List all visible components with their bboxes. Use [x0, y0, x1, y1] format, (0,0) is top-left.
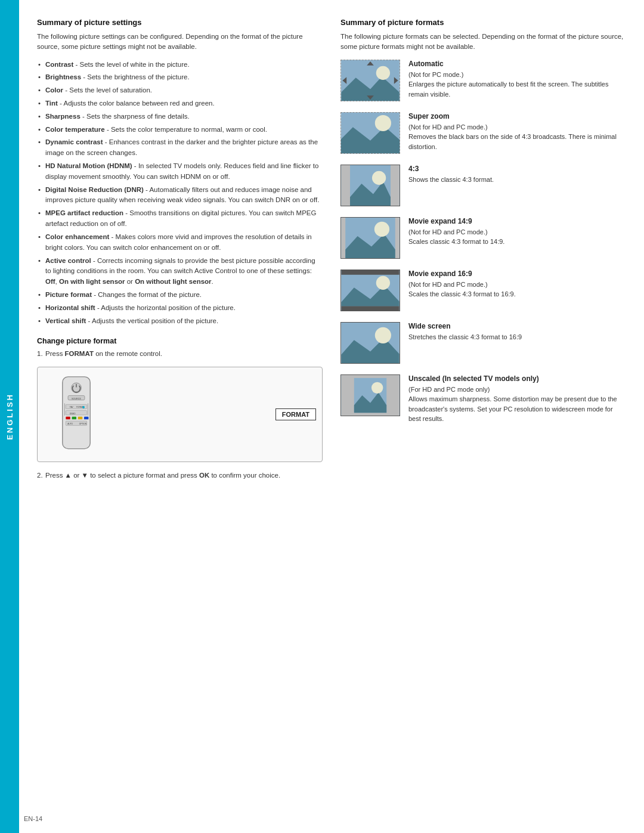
format-name-widescreen: Wide screen — [408, 322, 626, 330]
svg-point-42 — [376, 275, 390, 289]
format-button-label: FORMAT — [275, 408, 316, 420]
list-item: Brightness - Sets the brightness of the … — [37, 72, 323, 83]
main-content: Summary of picture settings The followin… — [19, 0, 644, 504]
svg-point-22 — [376, 66, 390, 79]
format-thumb-movieexpand149 — [340, 217, 400, 259]
list-item: Vertical shift - Adjusts the vertical po… — [37, 316, 323, 327]
format-name-automatic: Automatic — [408, 60, 626, 68]
format-desc-automatic: (Not for PC mode.)Enlarges the picture a… — [408, 70, 626, 100]
format-text-unscaled: Unscaled (In selected TV models only) (F… — [408, 374, 626, 424]
left-column: Summary of picture settings The followin… — [37, 18, 323, 486]
list-item: Contrast - Sets the level of white in th… — [37, 60, 323, 70]
list-item: Sharpness - Sets the sharpness of fine d… — [37, 112, 323, 122]
settings-list: Contrast - Sets the level of white in th… — [37, 60, 323, 327]
format-text-movieexpand149: Movie expand 14:9 (Not for HD and PC mod… — [408, 217, 626, 247]
format-superzoom: Super zoom (Not for HD and PC mode.)Remo… — [340, 112, 626, 154]
svg-point-45 — [375, 327, 391, 343]
list-item: MPEG artifact reduction - Smooths transi… — [37, 208, 323, 230]
list-item: Color enhancement - Makes colors more vi… — [37, 232, 323, 253]
steps-list: Press FORMAT on the remote control. — [37, 349, 323, 360]
list-item: Horizontal shift - Adjusts the horizonta… — [37, 303, 323, 314]
format-text-43: 4:3 Shows the classic 4:3 format. — [408, 165, 626, 185]
svg-text:OPTION: OPTION — [79, 423, 87, 425]
svg-rect-39 — [341, 270, 399, 275]
svg-text:SOURCE: SOURCE — [72, 398, 81, 400]
svg-rect-11 — [66, 411, 86, 415]
format-unscaled: Unscaled (In selected TV models only) (F… — [340, 374, 626, 424]
page-number: EN-14 — [24, 815, 42, 822]
format-movieexpand169: Movie expand 16:9 (Not for HD and PC mod… — [340, 270, 626, 311]
format-name-movieexpand169: Movie expand 16:9 — [408, 270, 626, 278]
svg-rect-15 — [78, 417, 82, 420]
right-column: Summary of picture formats The following… — [340, 18, 626, 486]
list-item: Tint - Adjusts the color balance between… — [37, 98, 323, 109]
list-item: Color temperature - Sets the color tempe… — [37, 125, 323, 135]
format-thumb-43 — [340, 165, 400, 206]
list-item: Color - Sets the level of saturation. — [37, 85, 323, 96]
svg-rect-14 — [72, 417, 76, 420]
format-text-movieexpand169: Movie expand 16:9 (Not for HD and PC mod… — [408, 270, 626, 299]
svg-point-49 — [371, 382, 383, 393]
step-2: Press ▲ or ▼ to select a picture format … — [37, 470, 323, 481]
list-item: Active control - Corrects incoming signa… — [37, 256, 323, 287]
svg-point-29 — [375, 114, 391, 131]
format-text-automatic: Automatic (Not for PC mode.)Enlarges the… — [408, 60, 626, 100]
format-name-unscaled: Unscaled (In selected TV models only) — [408, 374, 626, 383]
list-item: Dynamic contrast - Enhances contrast in … — [37, 137, 323, 159]
format-name-movieexpand149: Movie expand 14:9 — [408, 217, 626, 225]
format-thumb-superzoom — [340, 112, 400, 154]
format-automatic: Automatic (Not for PC mode.)Enlarges the… — [340, 60, 626, 101]
format-name-superzoom: Super zoom — [408, 112, 626, 120]
svg-point-33 — [372, 171, 386, 184]
format-desc-43: Shows the classic 4:3 format. — [408, 175, 626, 185]
svg-rect-16 — [84, 417, 88, 420]
steps-list-2: Press ▲ or ▼ to select a picture format … — [37, 470, 323, 481]
format-widescreen: Wide screen Stretches the classic 4:3 fo… — [340, 322, 626, 364]
format-label: FORMAT — [275, 408, 316, 420]
format-thumb-unscaled — [340, 374, 400, 416]
list-item: Picture format - Changes the format of t… — [37, 290, 323, 301]
format-desc-widescreen: Stretches the classic 4:3 format to 16:9 — [408, 332, 626, 342]
format-movieexpand149: Movie expand 14:9 (Not for HD and PC mod… — [340, 217, 626, 259]
change-format-title: Change picture format — [37, 337, 323, 345]
svg-text:FAV: FAV — [70, 407, 74, 409]
right-section-title: Summary of picture formats — [340, 18, 626, 27]
page-footer: EN-14 — [24, 815, 42, 822]
left-intro: The following picture settings can be co… — [37, 32, 323, 52]
left-section-title: Summary of picture settings — [37, 18, 323, 27]
format-thumb-automatic — [340, 60, 400, 101]
right-intro: The following picture formats can be sel… — [340, 32, 626, 52]
language-label: ENGLISH — [5, 393, 14, 440]
svg-point-37 — [374, 221, 389, 236]
format-thumb-movieexpand169 — [340, 270, 400, 311]
format-desc-movieexpand169: (Not for HD and PC mode.)Scales the clas… — [408, 280, 626, 299]
format-name-43: 4:3 — [408, 165, 626, 173]
format-thumb-widescreen — [340, 322, 400, 364]
step-1: Press FORMAT on the remote control. — [37, 349, 323, 360]
format-43: 4:3 Shows the classic 4:3 format. — [340, 165, 626, 206]
format-text-widescreen: Wide screen Stretches the classic 4:3 fo… — [408, 322, 626, 342]
remote-diagram: SOURCE FAV FORMAT DEMO A — [37, 367, 323, 462]
svg-rect-40 — [341, 306, 399, 311]
list-item: HD Natural Motion (HDNM) - In selected T… — [37, 161, 323, 182]
sidebar: ENGLISH — [0, 0, 19, 833]
svg-point-10 — [82, 406, 85, 408]
format-text-superzoom: Super zoom (Not for HD and PC mode.)Remo… — [408, 112, 626, 152]
svg-text:DEMO: DEMO — [70, 413, 76, 415]
svg-text:AUTO: AUTO — [67, 423, 73, 425]
format-desc-unscaled: (For HD and PC mode only)Allows maximum … — [408, 385, 626, 424]
format-desc-superzoom: (Not for HD and PC mode.)Removes the bla… — [408, 122, 626, 152]
format-desc-movieexpand149: (Not for HD and PC mode.)Scales classic … — [408, 227, 626, 247]
remote-svg: SOURCE FAV FORMAT DEMO A — [44, 376, 109, 453]
svg-rect-13 — [66, 417, 70, 420]
list-item: Digital Noise Reduction (DNR) - Automati… — [37, 185, 323, 206]
